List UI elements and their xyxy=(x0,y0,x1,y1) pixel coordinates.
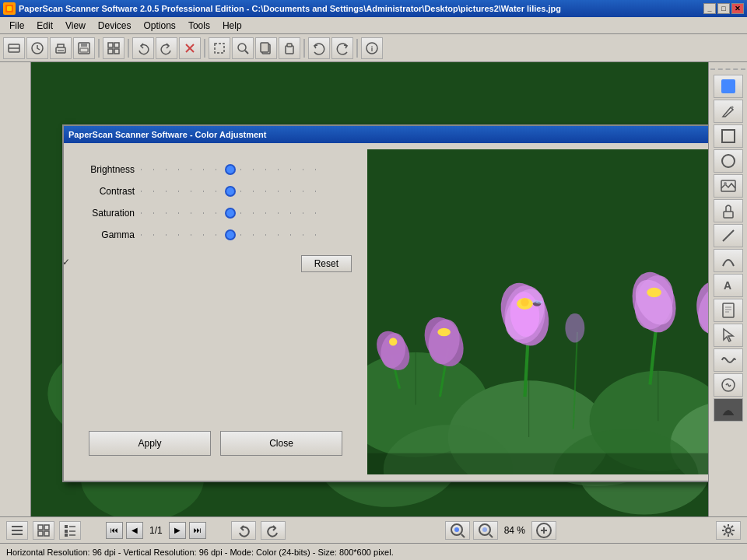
redo-button[interactable] xyxy=(331,37,353,59)
select-button[interactable] xyxy=(209,37,230,59)
status-bar: Horizontal Resolution: 96 dpi - Vertical… xyxy=(0,543,747,560)
delete-button[interactable] xyxy=(179,37,201,59)
svg-rect-9 xyxy=(80,48,88,52)
menu-devices[interactable]: Devices xyxy=(92,19,138,33)
grid-view-btn[interactable] xyxy=(33,521,54,540)
checkbox-mark[interactable]: ✓ xyxy=(64,257,70,268)
grid-button[interactable] xyxy=(103,37,124,59)
contrast-slider[interactable] xyxy=(141,184,320,199)
svg-rect-6 xyxy=(58,50,64,51)
last-page-btn[interactable]: ⏭ xyxy=(189,522,206,539)
svg-point-88 xyxy=(565,313,584,342)
sidebar-pointer-btn[interactable] xyxy=(714,324,743,347)
rotate-right-button[interactable] xyxy=(156,37,177,59)
rotate-left-button[interactable] xyxy=(132,37,154,59)
saturation-track xyxy=(141,205,355,221)
svg-rect-8 xyxy=(81,43,87,47)
save-button[interactable] xyxy=(73,37,95,59)
reset-button[interactable]: Reset xyxy=(301,255,352,272)
svg-rect-109 xyxy=(65,525,68,528)
sidebar-rect-btn[interactable] xyxy=(714,124,743,148)
sidebar-ellipse-btn[interactable] xyxy=(714,149,743,173)
gamma-row: Gamma xyxy=(76,227,355,243)
svg-line-116 xyxy=(461,534,465,537)
svg-rect-106 xyxy=(44,525,49,530)
close-dialog-button[interactable]: Close xyxy=(220,431,342,456)
sidebar-image-btn[interactable] xyxy=(714,174,743,198)
print-button[interactable] xyxy=(50,37,72,59)
scan-button[interactable] xyxy=(3,37,25,59)
reset-row: Reset xyxy=(76,255,355,272)
svg-line-18 xyxy=(245,51,248,54)
svg-rect-86 xyxy=(367,453,708,474)
sidebar-curve-btn[interactable] xyxy=(714,249,743,272)
sidebar-color-btn[interactable] xyxy=(714,75,743,98)
svg-rect-90 xyxy=(722,130,735,142)
sidebar-extra-btn[interactable] xyxy=(714,373,743,397)
menu-view[interactable]: View xyxy=(59,19,92,33)
svg-point-69 xyxy=(521,298,528,306)
svg-rect-20 xyxy=(261,43,268,52)
gamma-slider[interactable] xyxy=(141,227,320,243)
svg-point-93 xyxy=(724,182,727,185)
zoom-in-btn[interactable] xyxy=(445,521,470,540)
brightness-slider[interactable] xyxy=(141,162,320,177)
toolbar-separator-1 xyxy=(98,39,100,58)
svg-rect-108 xyxy=(44,531,49,536)
list-view-btn[interactable] xyxy=(6,521,28,540)
rotate-cw-btn[interactable] xyxy=(261,521,286,540)
svg-rect-1 xyxy=(7,6,12,11)
toolbar-separator-2 xyxy=(128,39,129,58)
copy-button[interactable] xyxy=(255,37,277,59)
toolbar-separator-4 xyxy=(303,39,305,58)
zoom-options-btn[interactable] xyxy=(531,521,556,540)
svg-rect-97 xyxy=(723,303,734,317)
menu-options[interactable]: Options xyxy=(138,19,182,33)
toolbar-separator-5 xyxy=(356,39,358,58)
zoom-button[interactable] xyxy=(232,37,254,59)
status-text: Horizontal Resolution: 96 dpi - Vertical… xyxy=(6,548,394,557)
sidebar-wave-btn[interactable] xyxy=(714,348,743,372)
paste-button[interactable] xyxy=(279,37,300,59)
sidebar-text-btn[interactable]: A xyxy=(714,274,743,297)
menu-edit[interactable]: Edit xyxy=(30,19,59,33)
svg-rect-16 xyxy=(215,44,224,53)
navigation-area: ⏮ ◀ 1/1 ▶ ⏭ xyxy=(106,522,206,539)
sidebar-dark-btn[interactable] xyxy=(714,398,743,422)
contrast-label: Contrast xyxy=(76,186,135,197)
saturation-label: Saturation xyxy=(76,208,135,219)
minimize-button[interactable]: _ xyxy=(703,3,716,14)
maximize-button[interactable]: □ xyxy=(717,3,730,14)
rotate-ccw-btn[interactable] xyxy=(231,521,256,540)
sidebar-stamp-btn[interactable] xyxy=(714,199,743,222)
svg-point-117 xyxy=(454,527,459,532)
detail-view-btn[interactable] xyxy=(59,521,81,540)
menu-help[interactable]: Help xyxy=(216,19,248,33)
zoom-out-btn[interactable] xyxy=(473,521,498,540)
menu-tools[interactable]: Tools xyxy=(182,19,216,33)
toolbar-separator-3 xyxy=(204,39,205,58)
action-buttons-row: Apply Close xyxy=(76,418,355,468)
apply-button[interactable]: Apply xyxy=(89,431,211,456)
svg-rect-22 xyxy=(287,44,292,47)
sidebar-line-btn[interactable] xyxy=(714,224,743,247)
gamma-label: Gamma xyxy=(76,229,135,240)
close-button[interactable]: ✕ xyxy=(731,3,744,14)
saturation-slider[interactable] xyxy=(141,205,320,221)
sidebar-pencil-btn[interactable] xyxy=(714,100,743,123)
undo-button[interactable] xyxy=(308,37,330,59)
first-page-btn[interactable]: ⏮ xyxy=(106,522,123,539)
scan-mode-button[interactable] xyxy=(26,37,48,59)
sidebar-doc-btn[interactable] xyxy=(714,299,743,322)
svg-line-95 xyxy=(723,230,734,241)
dialog-body: ✓ Brightness Contrast xyxy=(64,143,708,481)
window-controls: _ □ ✕ xyxy=(703,3,744,14)
menu-file[interactable]: File xyxy=(3,19,30,33)
dialog-overlay: PaperScan Scanner Software - Color Adjus… xyxy=(31,62,708,516)
next-page-btn[interactable]: ▶ xyxy=(169,522,186,539)
svg-point-76 xyxy=(437,328,451,336)
prev-page-btn[interactable]: ◀ xyxy=(126,522,143,539)
info-button[interactable]: i xyxy=(361,37,383,59)
settings-btn[interactable] xyxy=(716,521,741,540)
preview-panel xyxy=(367,149,708,474)
